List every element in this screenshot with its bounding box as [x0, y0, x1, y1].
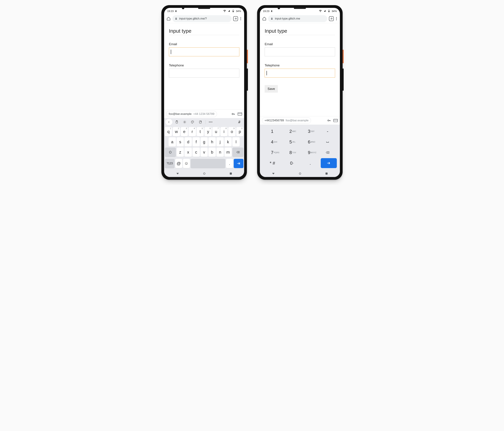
battery-text: 34%	[236, 9, 241, 12]
key-9[interactable]: 9WXYZ	[300, 148, 318, 158]
battery-icon	[232, 9, 234, 13]
telephone-field[interactable]	[265, 69, 335, 77]
key-u[interactable]: u7	[212, 127, 219, 136]
home-icon[interactable]	[262, 17, 266, 21]
address-bar[interactable]: input-type.glitch.me	[268, 15, 327, 22]
nav-home-icon[interactable]	[203, 173, 205, 175]
at-key[interactable]: @	[175, 159, 182, 168]
email-field[interactable]	[265, 47, 335, 56]
save-button[interactable]: Save	[265, 85, 278, 93]
key-d[interactable]: d	[184, 137, 192, 147]
key-6[interactable]: 6MNO	[300, 137, 318, 147]
lock-icon	[175, 17, 178, 20]
qwerty-keyboard: q1w2e3r4t5y6u7i8o9p0 asdfghjkl zxcvbnm ?…	[164, 126, 244, 170]
key-p[interactable]: p0	[236, 127, 243, 136]
address-bar[interactable]: input-type.glitch.me/?	[172, 15, 232, 22]
nav-back-icon[interactable]	[272, 173, 275, 174]
enter-key[interactable]	[321, 158, 337, 168]
key-l[interactable]: l	[232, 137, 240, 147]
overflow-menu-icon[interactable]	[335, 16, 337, 21]
nav-recent-icon[interactable]	[325, 173, 328, 175]
url-text: input-type.glitch.me	[275, 17, 300, 20]
key-e[interactable]: e3	[181, 127, 188, 136]
home-icon[interactable]	[167, 17, 171, 21]
chip-primary: foo@bar.example	[169, 112, 192, 116]
key-[interactable]: * #	[263, 158, 282, 168]
key-4[interactable]: 4GHI	[263, 137, 281, 147]
email-label: Email	[169, 42, 239, 46]
signal-icon	[324, 9, 326, 12]
mic-off-icon[interactable]	[236, 119, 243, 125]
credit-card-icon[interactable]	[333, 119, 338, 122]
web-page: Input type Email Telephone Save	[260, 23, 340, 116]
key-w[interactable]: w2	[173, 127, 180, 136]
symbols-key[interactable]: ?123	[165, 159, 175, 168]
kb-back-button[interactable]	[165, 119, 172, 125]
autofill-chip[interactable]: +44123456789 foo@bar.example	[262, 117, 311, 124]
status-time: 19:23	[263, 9, 270, 12]
key-icon[interactable]	[327, 119, 331, 122]
telephone-field[interactable]	[169, 69, 239, 77]
key-v[interactable]: v	[200, 148, 208, 157]
key-g[interactable]: g	[200, 137, 208, 147]
nav-home-icon[interactable]	[299, 173, 301, 175]
key-f[interactable]: f	[192, 137, 200, 147]
key-q[interactable]: q1	[165, 127, 172, 136]
wifi-icon	[223, 9, 226, 13]
telephone-label: Telephone	[265, 64, 335, 67]
enter-key[interactable]	[234, 159, 243, 168]
backspace-key[interactable]	[232, 148, 243, 157]
tab-switcher-button[interactable]: :D	[233, 16, 238, 21]
page-title: Input type	[169, 28, 239, 35]
key-[interactable]: .	[301, 158, 320, 168]
nav-back-icon[interactable]	[176, 173, 179, 174]
key-b[interactable]: b	[208, 148, 216, 157]
key-3[interactable]: 3DEF	[300, 126, 318, 136]
shift-key[interactable]	[165, 148, 176, 157]
space-key[interactable]	[191, 159, 225, 168]
status-bar: 19:23 ⧗ 34%	[260, 8, 340, 14]
key-j[interactable]: j	[216, 137, 224, 147]
autofill-chip[interactable]: foo@bar.example +44 1234 56789	[166, 111, 217, 117]
palette-icon[interactable]	[189, 119, 196, 125]
key-7[interactable]: 7PQRS	[263, 148, 281, 158]
key-o[interactable]: o9	[228, 127, 235, 136]
backspace-key[interactable]	[318, 148, 337, 158]
key-n[interactable]: n	[216, 148, 224, 157]
key-m[interactable]: m	[225, 148, 232, 157]
email-field[interactable]	[169, 47, 239, 56]
credit-card-icon[interactable]	[238, 112, 242, 115]
key-icon[interactable]	[231, 112, 236, 116]
key-x[interactable]: x	[184, 148, 192, 157]
key-t[interactable]: t5	[197, 127, 204, 136]
key-[interactable]: -	[318, 126, 337, 136]
key-1[interactable]: 1	[263, 126, 281, 136]
status-bar: 19:23 ⧗ 34%	[164, 8, 244, 14]
key-2[interactable]: 2ABC	[281, 126, 300, 136]
emoji-key[interactable]	[183, 159, 190, 168]
more-icon[interactable]: •••	[207, 119, 214, 125]
key-h[interactable]: h	[208, 137, 216, 147]
autofill-suggestion-bar: foo@bar.example +44 1234 56789	[164, 110, 244, 118]
url-text: input-type.glitch.me/?	[179, 17, 207, 20]
gear-icon[interactable]	[181, 119, 188, 125]
key-r[interactable]: r4	[189, 127, 196, 136]
key-0[interactable]: 0+	[282, 158, 301, 168]
overflow-menu-icon[interactable]	[240, 16, 242, 21]
period-key[interactable]: .	[226, 159, 233, 168]
key-z[interactable]: z	[177, 148, 184, 157]
key-5[interactable]: 5JKL	[281, 137, 300, 147]
tab-switcher-button[interactable]: :D	[329, 16, 334, 21]
clipboard-icon[interactable]	[173, 119, 180, 125]
battery-text: 34%	[332, 9, 337, 12]
key-i[interactable]: i8	[220, 127, 227, 136]
key-y[interactable]: y6	[205, 127, 212, 136]
space-key[interactable]	[318, 137, 337, 147]
key-c[interactable]: c	[192, 148, 200, 157]
key-s[interactable]: s	[177, 137, 184, 147]
key-k[interactable]: k	[225, 137, 232, 147]
key-a[interactable]: a	[169, 137, 176, 147]
key-8[interactable]: 8TUV	[281, 148, 300, 158]
sticker-icon[interactable]	[197, 119, 204, 125]
nav-recent-icon[interactable]	[230, 173, 232, 175]
